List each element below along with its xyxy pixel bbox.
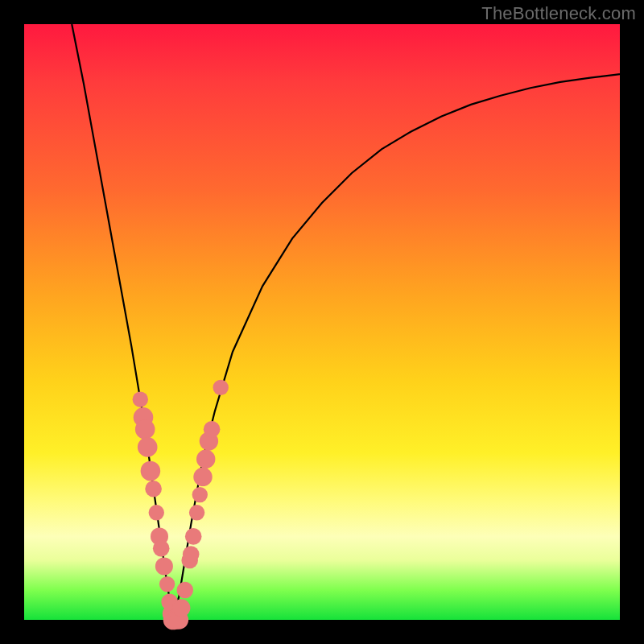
curve-marker <box>177 582 194 599</box>
curve-marker <box>135 419 155 440</box>
curve-marker <box>193 468 212 486</box>
curve-marker <box>141 461 161 481</box>
curve-marker <box>192 487 208 502</box>
curve-marker <box>204 421 221 438</box>
curve-marker <box>138 437 158 457</box>
curve-marker <box>155 557 173 575</box>
curve-marker <box>149 505 164 520</box>
curve-marker <box>196 450 215 469</box>
curve-marker <box>183 546 200 563</box>
curve-marker <box>189 505 204 520</box>
watermark-text: TheBottleneck.com <box>481 3 636 24</box>
curve-marker <box>159 576 175 592</box>
curve-marker <box>172 599 190 617</box>
curve-marker <box>145 481 162 497</box>
plot-area <box>24 24 620 620</box>
curve-marker <box>153 540 170 557</box>
curve-marker <box>213 380 229 395</box>
curve-marker <box>133 392 148 407</box>
chart-frame: TheBottleneck.com <box>0 0 644 644</box>
curve-layer <box>24 24 620 620</box>
curve-marker <box>185 528 202 545</box>
